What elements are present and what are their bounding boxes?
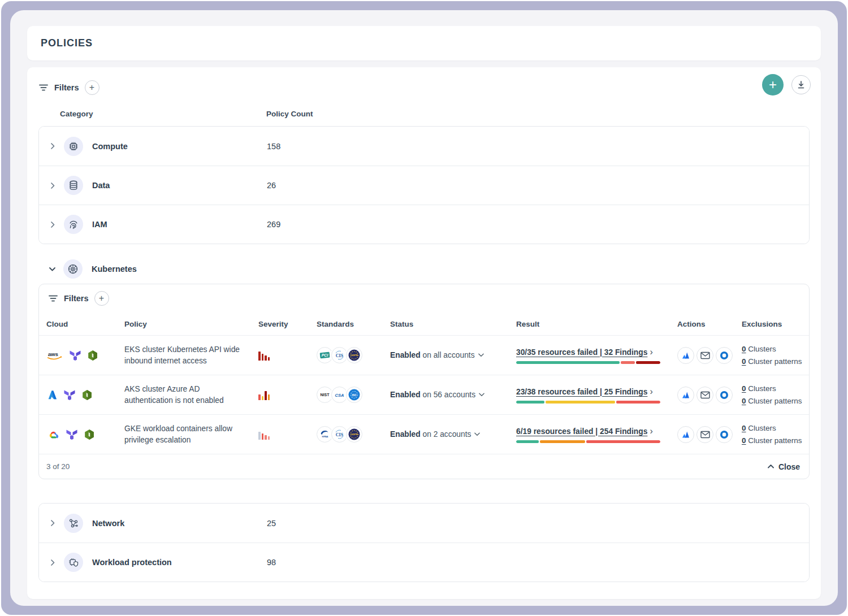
cloud-cell — [46, 429, 124, 440]
standards-cell: PCICISGDPR — [317, 347, 390, 363]
row-count-label: 3 of 20 — [46, 462, 70, 471]
chevron-right-icon[interactable] — [47, 143, 58, 149]
result-link[interactable]: 30/35 resources failed | 32 Findings — [516, 348, 647, 357]
exclusion-item: 0 Clusters — [742, 343, 809, 355]
policy-count-value: 26 — [267, 181, 276, 190]
result-link[interactable]: 23/38 resources failed | 25 Findings — [516, 388, 647, 396]
severity-bars-icon — [258, 430, 317, 440]
app-window: POLICIES Filters + + Category Policy Cou… — [10, 10, 838, 606]
chevron-right-icon[interactable] — [47, 183, 58, 189]
policy-row[interactable]: AKS cluster Azure AD authentication is n… — [39, 375, 809, 414]
category-row-data[interactable]: Data26 — [39, 166, 809, 205]
nomad-icon — [87, 350, 98, 361]
actions-cell — [677, 426, 742, 443]
result-cell: 30/35 resources failed | 32 Findings› — [516, 347, 677, 364]
standard-badge-gdpr: GDPR — [346, 347, 362, 363]
policy-count-value: 269 — [267, 220, 280, 229]
integration-action-button[interactable] — [716, 387, 733, 404]
cpu-icon — [64, 137, 83, 156]
chevron-down-icon[interactable] — [479, 393, 484, 397]
filter-icon — [38, 84, 49, 92]
kubernetes-group-row[interactable]: Kubernetes — [38, 258, 810, 280]
policy-count-value: 158 — [267, 142, 280, 151]
terraform-icon — [69, 350, 81, 361]
filter-icon — [48, 294, 58, 302]
svg-text:CSA: CSA — [335, 393, 344, 398]
atlassian-action-button[interactable] — [677, 426, 694, 443]
chevron-right-icon[interactable] — [47, 520, 58, 526]
download-button[interactable] — [791, 75, 811, 94]
category-row-iam[interactable]: IAM269 — [39, 205, 809, 244]
svg-text:aws: aws — [48, 350, 58, 357]
close-button[interactable]: Close — [768, 462, 800, 471]
status-cell[interactable]: Enabled on 2 accounts — [390, 430, 516, 439]
exclusion-count-link[interactable]: 0 — [742, 397, 746, 405]
nomad-icon — [81, 389, 93, 401]
svg-text:NIST: NIST — [321, 393, 330, 397]
policies-card: Filters + + Category Policy Count Comput… — [27, 67, 821, 599]
exclusion-count-link[interactable]: 0 — [742, 384, 746, 393]
toolbar-actions: + — [762, 74, 811, 96]
standard-badge-gdpr: GDPR — [346, 426, 362, 443]
chevron-right-icon[interactable] — [47, 222, 58, 228]
integration-action-button[interactable] — [716, 347, 733, 364]
integration-action-button[interactable] — [716, 426, 733, 443]
chevron-down-icon[interactable] — [478, 353, 484, 357]
result-progress-bar — [516, 401, 660, 404]
result-cell: 6/19 resources failed | 254 Findings› — [516, 426, 677, 443]
add-filter-button[interactable]: + — [94, 291, 109, 306]
exclusion-item: 0 Cluster patterns — [742, 435, 809, 447]
status-cell[interactable]: Enabled on all accounts — [390, 351, 516, 359]
chevron-down-icon[interactable] — [474, 432, 480, 436]
email-action-button[interactable] — [696, 387, 713, 404]
svg-text:PCI: PCI — [322, 353, 329, 357]
chevron-right-icon: › — [650, 387, 652, 397]
atlassian-action-button[interactable] — [677, 387, 694, 404]
exclusion-count-link[interactable]: 0 — [742, 436, 746, 445]
result-link[interactable]: 6/19 resources failed | 254 Findings — [516, 427, 647, 436]
chevron-down-icon[interactable] — [46, 267, 58, 271]
column-header-standards: Standards — [317, 320, 390, 328]
exclusions-cell: 0 Clusters0 Cluster patterns — [742, 422, 809, 446]
policy-count-value: 98 — [267, 558, 276, 567]
exclusion-count-link[interactable]: 0 — [742, 357, 746, 366]
policy-row[interactable]: GKE workload containers allow privilege … — [39, 414, 809, 454]
svg-text:CIS: CIS — [336, 432, 344, 437]
fingerprint-icon — [64, 215, 83, 234]
policy-name: AKS cluster Azure AD authentication is n… — [124, 384, 258, 406]
result-cell: 23/38 resources failed | 25 Findings› — [516, 387, 677, 404]
add-policy-button[interactable]: + — [762, 74, 784, 96]
exclusion-count-link[interactable]: 0 — [742, 424, 746, 432]
exclusion-count-link[interactable]: 0 — [742, 345, 746, 353]
policy-name: GKE workload containers allow privilege … — [124, 423, 258, 446]
atlassian-action-button[interactable] — [677, 347, 694, 364]
outer-frame: POLICIES Filters + + Category Policy Cou… — [1, 1, 847, 615]
chevron-right-icon: › — [650, 426, 652, 436]
column-header-result: Result — [516, 320, 677, 328]
category-column-header: Category — [60, 110, 266, 118]
category-row-compute[interactable]: Compute158 — [39, 127, 809, 166]
category-row-workload-protection[interactable]: Workload protection98 — [39, 543, 809, 582]
svg-text:HIPAA: HIPAA — [322, 436, 328, 438]
filters-bar: Filters + — [38, 77, 810, 98]
add-filter-button[interactable]: + — [85, 80, 99, 95]
svg-text:GDPR: GDPR — [351, 354, 357, 357]
category-group-list-top: Compute158Data26IAM269 — [38, 126, 810, 244]
email-action-button[interactable] — [696, 426, 713, 443]
terraform-icon — [66, 429, 78, 440]
azure-icon — [46, 389, 58, 401]
standard-badge-iso: ISO — [346, 387, 362, 403]
category-label: Compute — [92, 142, 128, 151]
status-cell[interactable]: Enabled on 56 accounts — [390, 391, 516, 399]
category-row-network[interactable]: Network25 — [39, 504, 809, 543]
gcp-icon — [46, 429, 60, 440]
email-action-button[interactable] — [696, 347, 713, 364]
policy-count-column-header: Policy Count — [266, 110, 313, 118]
database-icon — [64, 176, 83, 195]
column-header-cloud: Cloud — [46, 320, 124, 328]
chevron-right-icon[interactable] — [47, 559, 58, 566]
policy-row[interactable]: awsEKS cluster Kubernetes API wide inbou… — [39, 335, 809, 375]
nomad-icon — [84, 429, 95, 440]
exclusion-item: 0 Cluster patterns — [742, 395, 809, 407]
cloud-cell — [46, 389, 124, 401]
